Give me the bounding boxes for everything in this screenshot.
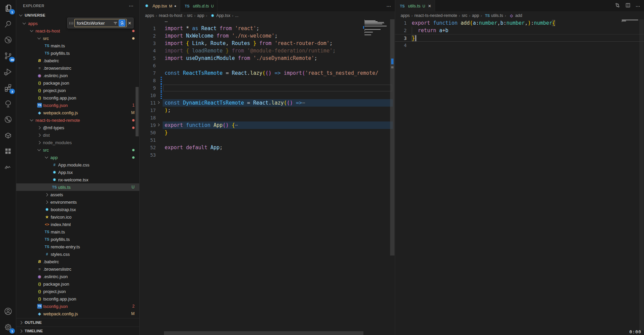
line-number: 3 xyxy=(395,35,407,42)
vertical-scrollbar[interactable] xyxy=(390,19,395,255)
tree-folder-environments[interactable]: environments xyxy=(16,198,139,206)
tab-utils.ts[interactable]: TSutils.tsU✕ xyxy=(395,0,435,12)
breadcrumb[interactable]: apps›react-ts-host›src›app›✹App.tsx›... xyxy=(140,12,395,19)
tree-file-.browserslistrc[interactable]: ≡.browserslistrc xyxy=(16,64,139,72)
horizontal-scrollbar[interactable] xyxy=(164,331,363,335)
activity-extensions-icon[interactable]: 3 xyxy=(0,80,16,95)
tree-folder-src[interactable]: src xyxy=(16,146,139,154)
tree-file-remote-entry.ts[interactable]: TSremote-entry.ts xyxy=(16,243,139,250)
tree-file-polyfills.ts[interactable]: TSpolyfills.ts xyxy=(16,236,139,243)
breadcrumb-item-add[interactable]: ◇add xyxy=(508,13,522,18)
tree-file-webpack.config.js[interactable]: ◈webpack.config.jsM xyxy=(16,310,139,317)
breadcrumb-item-src[interactable]: src xyxy=(462,13,468,18)
breadcrumb-item-react-ts-nested-remote[interactable]: react-ts-nested-remote xyxy=(414,13,457,18)
activity-search-icon[interactable] xyxy=(0,16,16,32)
tree-file-bootstrap.tsx[interactable]: ✹bootstrap.tsx xyxy=(16,206,139,213)
sidebar-scrollbar[interactable] xyxy=(136,87,139,136)
filter-icon[interactable] xyxy=(112,20,119,26)
tree-file-favicon.ico[interactable]: ★favicon.ico xyxy=(16,213,139,221)
section-outline[interactable]: OUTLINE xyxy=(16,318,139,327)
breadcrumb-item-...[interactable]: ... xyxy=(235,13,238,18)
fold-chevron-icon[interactable] xyxy=(157,124,160,126)
tree-file-tsconfig.json[interactable]: TStsconfig.json1 xyxy=(16,102,139,109)
tree-file-polyfills.ts[interactable]: TSpolyfills.ts xyxy=(16,49,139,57)
breadcrumb-item-apps[interactable]: apps xyxy=(145,13,154,18)
tree-file-main.ts[interactable]: TSmain.ts xyxy=(16,228,139,236)
breadcrumb[interactable]: apps›react-ts-nested-remote›src›app›TSut… xyxy=(395,12,644,19)
tree-file-tsconfig.app.json[interactable]: {}tsconfig.app.json xyxy=(16,295,139,303)
minimap-line xyxy=(622,21,626,21)
vertical-scrollbar[interactable] xyxy=(639,19,644,331)
close-tab-icon[interactable]: ✕ xyxy=(428,4,431,8)
activity-squiggle-tool-icon[interactable] xyxy=(0,159,16,175)
breadcrumb-item-react-ts-host[interactable]: react-ts-host xyxy=(159,13,182,18)
activity-source-control-icon[interactable]: 38 xyxy=(0,48,16,64)
tree-file-project.json[interactable]: {}project.json xyxy=(16,87,139,94)
tree-folder-assets[interactable]: assets xyxy=(16,191,139,198)
tree-file-nx-welcome.tsx[interactable]: ✹nx-welcome.tsx xyxy=(16,176,139,183)
tree-item-label: tsconfig.json xyxy=(43,304,68,309)
activity-git-graph-icon[interactable] xyxy=(0,111,16,127)
code-line-1: 1export function add(a:number,b:number,)… xyxy=(395,19,644,27)
drag-grip-icon[interactable] xyxy=(69,22,74,24)
fold-chevron-icon[interactable] xyxy=(157,101,160,104)
tree-file-index.html[interactable]: <>index.html xyxy=(16,221,139,228)
split-editor-icon[interactable] xyxy=(625,2,631,9)
code-editor-app-tsx[interactable]: ⋯1import * as React from 'react';2import… xyxy=(140,19,395,335)
tree-file-package.json[interactable]: {}package.json xyxy=(16,79,139,87)
breadcrumb-label: src xyxy=(187,13,193,18)
breadcrumb-item-utils.ts[interactable]: TSutils.ts xyxy=(484,13,503,18)
tree-folder-src[interactable]: src xyxy=(16,35,139,42)
editor-more-actions-icon[interactable]: ⋯ xyxy=(636,3,641,9)
section-timeline[interactable]: TIMELINE xyxy=(16,327,139,335)
dirty-indicator-icon[interactable]: ● xyxy=(174,4,176,8)
breadcrumb-item-src[interactable]: src xyxy=(187,13,193,18)
breadcrumb-item-App.tsx[interactable]: ✹App.tsx xyxy=(209,13,231,18)
tree-file-.eslintrc.json[interactable]: ◉.eslintrc.json xyxy=(16,273,139,280)
tree-folder-react-ts-nested-remote[interactable]: react-ts-nested-remote xyxy=(16,116,139,124)
tree-file-tsconfig.app.json[interactable]: {}tsconfig.app.json xyxy=(16,94,139,102)
tree-folder-dist[interactable]: dist xyxy=(16,131,139,139)
fuzzy-search-icon[interactable] xyxy=(119,20,125,26)
close-icon[interactable]: ✕ xyxy=(128,21,132,26)
activity-grid-tool-icon[interactable] xyxy=(0,143,16,159)
tree-file-project.json[interactable]: {}project.json xyxy=(16,288,139,295)
breadcrumb-separator: › xyxy=(411,14,413,18)
activity-explorer-icon[interactable]: 1 xyxy=(0,0,16,16)
breadcrumb-label: src xyxy=(462,13,468,18)
breadcrumb-item-app[interactable]: app xyxy=(472,13,479,18)
activity-accounts-icon[interactable] xyxy=(0,303,16,319)
tree-file-App.module.css[interactable]: #App.module.css xyxy=(16,161,139,169)
breadcrumb-item-apps[interactable]: apps xyxy=(401,13,410,18)
tab-App.tsx[interactable]: ✹App.tsxM● xyxy=(140,0,180,12)
tree-file-utils.ts[interactable]: TSutils.tsU xyxy=(16,183,139,191)
explorer-more-actions-icon[interactable]: ⋯ xyxy=(129,3,134,8)
activity-circle-tool-icon[interactable] xyxy=(0,32,16,48)
breadcrumb-item-app[interactable]: app xyxy=(197,13,204,18)
tree-folder-@mf-types[interactable]: @mf-types xyxy=(16,124,139,131)
tree-file-App.tsx[interactable]: ✹App.tsx xyxy=(16,169,139,176)
activity-settings-icon[interactable]: 1 xyxy=(0,319,16,335)
activity-cube-tool-icon[interactable] xyxy=(0,127,16,143)
tree-file-main.ts[interactable]: TSmain.ts xyxy=(16,42,139,49)
tab-utils.d.ts[interactable]: TSutils.d.tsU xyxy=(180,0,218,12)
editor-more-actions-icon[interactable]: ⋯ xyxy=(386,3,391,9)
tab-bar-left: ✹App.tsxM●TSutils.d.tsU ⋯ xyxy=(140,0,395,12)
tree-file-.browserslistrc[interactable]: ≡.browserslistrc xyxy=(16,265,139,273)
tree-item-label: main.ts xyxy=(51,43,65,48)
tree-file-.babelrc[interactable]: B.babelrc xyxy=(16,57,139,64)
tree-folder-app[interactable]: app xyxy=(16,154,139,161)
tree-file-tsconfig.json[interactable]: TStsconfig.json2 xyxy=(16,303,139,310)
tree-file-package.json[interactable]: {}package.json xyxy=(16,280,139,288)
tree-find-input[interactable] xyxy=(77,21,112,26)
tree-file-.babelrc[interactable]: B.babelrc xyxy=(16,258,139,265)
compare-changes-icon[interactable] xyxy=(615,2,620,9)
code-editor-utils-ts[interactable]: 1export function add(a:number,b:number,)… xyxy=(395,19,644,335)
tree-file-.eslintrc.json[interactable]: ◉.eslintrc.json xyxy=(16,72,139,79)
activity-tree-view-icon[interactable] xyxy=(0,95,16,111)
activity-run-debug-icon[interactable] xyxy=(0,64,16,80)
tree-folder-node_modules[interactable]: node_modules xyxy=(16,139,139,146)
tree-file-styles.css[interactable]: #styles.css xyxy=(16,250,139,258)
tab-git-badge: U xyxy=(423,4,425,8)
tree-file-webpack.config.js[interactable]: ◈webpack.config.jsM xyxy=(16,109,139,116)
